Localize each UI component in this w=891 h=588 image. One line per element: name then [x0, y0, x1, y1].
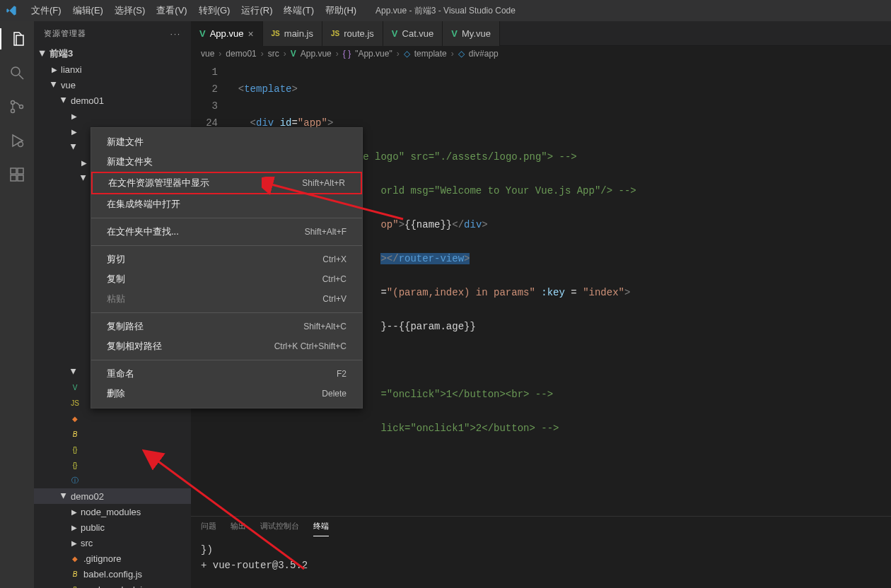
vue-icon: V	[392, 28, 398, 39]
menu-select[interactable]: 选择(S)	[109, 4, 151, 17]
js-icon: JS	[69, 397, 81, 408]
file-obscured-babel[interactable]: B	[34, 426, 191, 442]
panel-tab-terminal[interactable]: 终端	[313, 521, 329, 536]
vue-icon: V	[199, 28, 206, 39]
folder-demo01[interactable]: ▶ demo01	[34, 93, 191, 108]
json-icon: {}	[69, 459, 81, 471]
folder-lianxi[interactable]: ▶ lianxi	[34, 61, 191, 77]
ctx-separator	[91, 218, 362, 218]
ctx-cut[interactable]: 剪切Ctrl+X	[91, 249, 362, 269]
svg-rect-7	[11, 175, 16, 181]
file-obscured-git[interactable]: ◆	[34, 411, 191, 426]
menu-view[interactable]: 查看(V)	[151, 4, 192, 17]
tab-cat-vue[interactable]: V Cat.vue	[383, 21, 443, 46]
svg-rect-8	[18, 175, 23, 181]
vue-icon: V	[291, 49, 296, 59]
svg-rect-6	[11, 168, 16, 174]
chevron-down-icon: ▶	[50, 80, 59, 90]
chevron-down-icon: ▶	[38, 49, 48, 59]
tab-my-vue[interactable]: V My.vue	[443, 21, 500, 46]
file-package-lock[interactable]: {}package-lock.json	[34, 582, 191, 588]
tab-main-js[interactable]: JS main.js	[263, 21, 322, 46]
obscured-child-1[interactable]: ▶	[34, 108, 191, 124]
explorer-icon[interactable]	[0, 28, 34, 49]
folder-public[interactable]: ▶public	[34, 519, 191, 535]
info-icon: ⓘ	[69, 475, 81, 486]
ctx-open-terminal[interactable]: 在集成终端中打开	[91, 194, 362, 214]
folder-vue[interactable]: ▶ vue	[34, 77, 191, 93]
gitignore-icon: ◆	[69, 413, 81, 424]
sidebar-title: 资源管理器	[44, 28, 86, 39]
activity-bar	[0, 21, 34, 588]
vscode-logo-icon	[6, 5, 17, 16]
terminal-output[interactable]: }) + vue-router@3.5.2	[191, 536, 891, 588]
chevron-down-icon: ▶	[59, 95, 69, 105]
folder-demo02[interactable]: ▶ demo02	[34, 488, 191, 504]
file-babel-config[interactable]: Bbabel.config.js	[34, 566, 191, 582]
module-icon: ◇	[458, 49, 465, 59]
file-obscured-json2[interactable]: {}	[34, 457, 191, 473]
editor-tabs: V App.vue × JS main.js JS route.js V Cat…	[191, 21, 891, 46]
ctx-copy[interactable]: 复制Ctrl+C	[91, 269, 362, 289]
js-icon: JS	[331, 30, 339, 37]
run-debug-icon[interactable]	[0, 130, 34, 151]
panel-tab-problems[interactable]: 问题	[201, 521, 216, 536]
panel-tab-debug[interactable]: 调试控制台	[260, 521, 299, 536]
ctx-reveal-in-explorer[interactable]: 在文件资源管理器中显示Shift+Alt+R	[91, 172, 362, 194]
ctx-copy-relative-path[interactable]: 复制相对路径Ctrl+K Ctrl+Shift+C	[91, 336, 362, 356]
breadcrumbs[interactable]: vue› demo01› src› V App.vue› { } "App.vu…	[191, 46, 891, 61]
menu-goto[interactable]: 转到(G)	[193, 4, 236, 17]
gitignore-icon: ◆	[69, 553, 81, 564]
search-icon[interactable]	[0, 62, 34, 83]
folder-node-modules[interactable]: ▶node_modules	[34, 504, 191, 519]
ctx-copy-path[interactable]: 复制路径Shift+Alt+C	[91, 317, 362, 336]
json-icon: {}	[69, 444, 81, 455]
svg-point-3	[11, 110, 15, 113]
file-obscured-json1[interactable]: {}	[34, 442, 191, 457]
file-obscured-info[interactable]: ⓘ	[34, 473, 191, 488]
tab-route-js[interactable]: JS route.js	[322, 21, 383, 46]
context-menu: 新建文件 新建文件夹 在文件资源管理器中显示Shift+Alt+R 在集成终端中…	[91, 127, 363, 408]
svg-line-1	[19, 75, 23, 79]
babel-icon: B	[69, 568, 81, 580]
babel-icon: B	[69, 428, 81, 440]
menu-file[interactable]: 文件(F)	[25, 4, 67, 17]
ctx-separator	[91, 312, 362, 313]
menu-edit[interactable]: 编辑(E)	[67, 4, 109, 17]
panel-tab-output[interactable]: 输出	[231, 521, 246, 536]
ctx-new-folder[interactable]: 新建文件夹	[91, 152, 362, 172]
source-control-icon[interactable]	[0, 96, 34, 117]
close-icon[interactable]: ×	[248, 28, 253, 40]
braces-icon: { }	[343, 49, 351, 59]
vue-icon: V	[69, 382, 81, 393]
ctx-separator	[91, 360, 362, 360]
ctx-separator	[91, 245, 362, 246]
menu-terminal[interactable]: 终端(T)	[278, 4, 320, 17]
svg-point-2	[11, 101, 15, 105]
chevron-down-icon: ▶	[59, 491, 69, 501]
vue-icon: V	[451, 28, 458, 39]
ctx-find-in-folder[interactable]: 在文件夹中查找...Shift+Alt+F	[91, 222, 362, 242]
module-icon: ◇	[404, 49, 410, 59]
folder-src[interactable]: ▶src	[34, 535, 191, 551]
extensions-icon[interactable]	[0, 164, 34, 185]
menubar: 文件(F) 编辑(E) 选择(S) 查看(V) 转到(G) 运行(R) 终端(T…	[0, 0, 891, 21]
ctx-paste: 粘贴Ctrl+V	[91, 289, 362, 309]
ctx-rename[interactable]: 重命名F2	[91, 364, 362, 384]
chevron-right-icon: ▶	[50, 64, 59, 74]
menu-help[interactable]: 帮助(H)	[320, 4, 362, 17]
root-folder[interactable]: ▶ 前端3	[34, 46, 191, 61]
ctx-new-file[interactable]: 新建文件	[91, 132, 362, 152]
window-title: App.vue - 前端3 - Visual Studio Code	[375, 5, 516, 17]
file-gitignore[interactable]: ◆.gitignore	[34, 551, 191, 566]
json-icon: {}	[69, 584, 81, 588]
panel-tabs: 问题 输出 调试控制台 终端	[191, 517, 891, 536]
svg-point-0	[11, 67, 20, 76]
svg-rect-9	[18, 168, 23, 174]
panel: 问题 输出 调试控制台 终端 }) + vue-router@3.5.2	[191, 516, 891, 588]
more-icon[interactable]: ···	[170, 30, 181, 38]
ctx-delete[interactable]: 删除Delete	[91, 384, 362, 404]
tab-app-vue[interactable]: V App.vue ×	[191, 21, 263, 46]
menu-run[interactable]: 运行(R)	[235, 4, 278, 17]
js-icon: JS	[272, 30, 280, 37]
